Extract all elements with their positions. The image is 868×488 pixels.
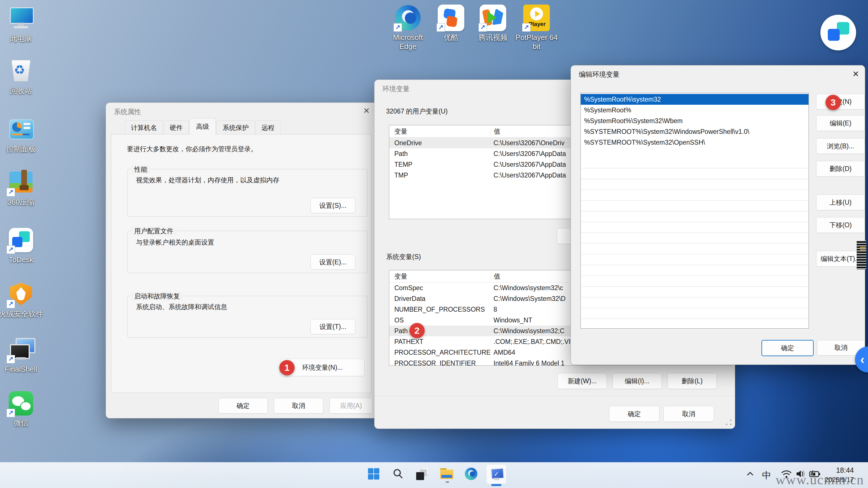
- chevron-up-icon: [746, 469, 754, 478]
- desktop-icon-this-pc[interactable]: 此电脑: [0, 6, 43, 43]
- control-panel-icon: [8, 116, 34, 143]
- edge-taskbar-button[interactable]: [463, 466, 479, 482]
- move-down-button[interactable]: 下移(O): [816, 217, 865, 233]
- huorong-shield-icon: ↗: [8, 281, 34, 308]
- desktop-icon-huorong[interactable]: ↗ 火绒安全软件: [0, 281, 43, 319]
- desktop-icon-wechat[interactable]: ↗ 微信: [0, 390, 43, 427]
- step-badge-2: 2: [409, 323, 425, 338]
- tab-system-protection[interactable]: 系统保护: [216, 120, 255, 135]
- search-icon: [392, 468, 404, 480]
- docked-strip-widget[interactable]: [855, 238, 868, 272]
- todesk-floating-ball[interactable]: [820, 15, 856, 51]
- list-item-selected[interactable]: %SystemRoot%\system32: [581, 94, 808, 105]
- desktop-icon-control-panel[interactable]: 控制面板: [0, 116, 43, 154]
- divider: [374, 396, 735, 396]
- shortcut-arrow-icon: ↗: [478, 23, 487, 32]
- shortcut-arrow-icon: ↗: [522, 23, 531, 32]
- dialog-title: 环境变量: [382, 84, 410, 93]
- column-value: 值: [491, 272, 500, 281]
- system-properties-dialog: 系统属性 ✕ 计算机名 硬件 高级 系统保护 远程 要进行大多数更改，你必须作为…: [106, 102, 377, 418]
- wechat-icon: ↗: [8, 390, 34, 417]
- this-pc-icon: [8, 6, 34, 32]
- shortcut-arrow-icon: ↗: [437, 23, 445, 32]
- desktop-icon-tencent-video[interactable]: ↗ 腾讯视频: [470, 4, 516, 42]
- taskbar: ✓ 中: [0, 462, 868, 488]
- shortcut-arrow-icon: ↗: [6, 300, 15, 308]
- startup-recovery-group-label: 启动和故障恢复: [131, 292, 183, 301]
- tab-computer-name[interactable]: 计算机名: [125, 120, 163, 135]
- desktop-icon-edge[interactable]: ↗ Microsoft Edge: [385, 4, 431, 51]
- close-icon[interactable]: ✕: [363, 106, 370, 116]
- tencent-video-icon: ↗: [479, 4, 506, 31]
- file-explorer-button[interactable]: [439, 466, 455, 482]
- ok-button[interactable]: 确定: [218, 398, 268, 414]
- startup-recovery-desc: 系统启动、系统故障和调试信息: [136, 302, 227, 312]
- browse-button[interactable]: 浏览(B)...: [816, 138, 865, 154]
- system-new-button[interactable]: 新建(W)...: [558, 373, 607, 389]
- dialog-title: 系统属性: [114, 107, 141, 116]
- tray-overflow-button[interactable]: [742, 466, 758, 482]
- delete-button[interactable]: 删除(D): [816, 161, 865, 176]
- list-item[interactable]: %SYSTEMROOT%\System32\WindowsPowerShell\…: [581, 126, 808, 137]
- docked-strip-accent: [860, 247, 866, 250]
- edit-button[interactable]: 编辑(E): [816, 115, 865, 131]
- windows-logo-icon: [368, 468, 380, 480]
- 360zip-icon: ↗: [8, 169, 34, 196]
- system-variables-label: 系统变量(S): [386, 253, 421, 261]
- startup-recovery-settings-button[interactable]: 设置(T)...: [310, 319, 355, 334]
- chevron-left-icon: ‹: [860, 352, 865, 366]
- active-indicator: [491, 484, 501, 486]
- edge-icon: [465, 467, 477, 480]
- task-view-button[interactable]: [414, 466, 430, 482]
- column-variable: 变量: [389, 272, 491, 281]
- desktop-icon-finalshell[interactable]: ↗ FinalShell: [0, 336, 43, 373]
- path-entries-listbox[interactable]: %SystemRoot%\system32 %SystemRoot% %Syst…: [581, 93, 809, 329]
- tab-advanced[interactable]: 高级: [189, 118, 216, 135]
- system-delete-button[interactable]: 删除(L): [668, 373, 717, 389]
- admin-note: 要进行大多数更改，你必须作为管理员登录。: [127, 144, 257, 154]
- finalshell-icon: ↗: [8, 336, 34, 363]
- performance-group-label: 性能: [131, 165, 150, 174]
- list-item[interactable]: %SystemRoot%\System32\Wbem: [581, 116, 808, 126]
- shortcut-arrow-icon: ↗: [6, 355, 15, 363]
- system-properties-app-icon: ✓: [489, 467, 503, 481]
- system-edit-button[interactable]: 编辑(I)...: [613, 373, 662, 389]
- desktop-icon-360zip[interactable]: ↗ 360压缩: [0, 169, 43, 207]
- active-app-system-properties[interactable]: ✓: [486, 464, 506, 484]
- shortcut-arrow-icon: ↗: [6, 409, 15, 417]
- user-variables-label: 32067 的用户变量(U): [386, 107, 447, 116]
- potplayer-icon: Player ↗: [523, 4, 550, 31]
- apply-button[interactable]: 应用(A): [330, 398, 373, 414]
- close-icon[interactable]: ✕: [852, 69, 859, 79]
- desktop-icon-recycle-bin[interactable]: ♻ 回收站: [0, 58, 43, 95]
- empty-row-separators: [581, 158, 808, 329]
- list-item[interactable]: %SYSTEMROOT%\System32\OpenSSH\: [581, 137, 808, 148]
- recycle-bin-icon: ♻: [8, 58, 34, 85]
- youku-icon: ↗: [438, 4, 464, 31]
- desktop-icon-todesk[interactable]: ↗ ToDesk: [0, 227, 43, 264]
- cancel-button[interactable]: 取消: [663, 406, 714, 422]
- edit-environment-variable-dialog: 编辑环境变量 ✕ %SystemRoot%\system32 %SystemRo…: [570, 65, 865, 365]
- column-value: 值: [491, 127, 500, 136]
- ok-button[interactable]: 确定: [762, 340, 814, 356]
- shortcut-arrow-icon: ↗: [6, 188, 15, 196]
- performance-desc: 视觉效果，处理器计划，内存使用，以及虚拟内存: [136, 176, 279, 185]
- todesk-icon: ↗: [8, 227, 34, 253]
- ime-indicator[interactable]: 中: [762, 469, 771, 482]
- tab-hardware[interactable]: 硬件: [164, 120, 189, 135]
- tab-remote[interactable]: 远程: [255, 120, 280, 135]
- resize-grip[interactable]: [725, 419, 732, 426]
- user-profiles-settings-button[interactable]: 设置(E)...: [310, 255, 355, 270]
- search-button[interactable]: [390, 466, 406, 482]
- step-badge-3: 3: [826, 95, 841, 110]
- desktop-icon-potplayer[interactable]: Player ↗ PotPlayer 64 bit: [514, 4, 559, 51]
- move-up-button[interactable]: 上移(U): [816, 194, 865, 210]
- desktop-icon-youku[interactable]: ↗ 优酷: [428, 4, 474, 42]
- ok-button[interactable]: 确定: [609, 406, 659, 422]
- step-badge-1: 1: [279, 360, 294, 375]
- start-button[interactable]: [366, 466, 381, 482]
- list-item[interactable]: %SystemRoot%: [581, 105, 808, 116]
- desktop-screen: 此电脑 ♻ 回收站 控制面板 ↗ 360压缩: [0, 0, 868, 488]
- cancel-button[interactable]: 取消: [274, 398, 323, 414]
- performance-settings-button[interactable]: 设置(S)...: [310, 198, 355, 213]
